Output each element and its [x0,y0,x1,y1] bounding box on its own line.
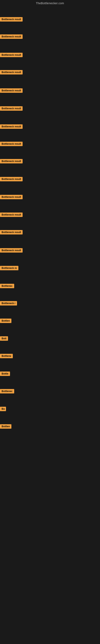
bottleneck-item: Bottleneck result [0,70,23,75]
bottleneck-item: Bottlenec [0,389,14,394]
bottleneck-item: Bottleneck result [0,177,23,182]
bottleneck-badge[interactable]: Bottlen [0,318,11,323]
bottleneck-item: Bottleneck r [0,301,17,306]
bottleneck-item: Bo [0,407,6,412]
bottleneck-badge[interactable]: Bottleneck result [0,195,23,199]
bottleneck-item: Bottleneck re [0,266,18,271]
bottleneck-badge[interactable]: Bottle [0,372,10,376]
bottleneck-item: Bottleneck result [0,212,23,218]
bottleneck-badge[interactable]: Bottleneck result [0,159,23,164]
bottleneck-badge[interactable]: Bottleneck result [0,124,23,129]
bottleneck-badge[interactable]: Bottleneck result [0,248,23,252]
bottleneck-item: Bottleneck result [0,53,23,58]
bottleneck-badge[interactable]: Bottleneck result [0,106,23,111]
bottleneck-badge[interactable]: Bottleneck re [0,266,18,270]
bottleneck-item: Bottleneck result [0,88,23,94]
bottleneck-item: Bottlen [0,424,11,430]
bottleneck-item: Bottleneck result [0,248,23,253]
bottleneck-badge[interactable]: Bottlenec [0,389,14,394]
bottleneck-item: Bottlenec [0,284,14,289]
bottleneck-badge[interactable]: Bottleneck result [0,230,23,234]
bottleneck-item: Bottlen [0,318,11,324]
bottleneck-item: Bottleneck result [0,124,23,130]
bottleneck-badge[interactable]: Bottleneck result [0,212,23,217]
bottleneck-badge[interactable]: Bottleneck result [0,70,23,74]
bottleneck-badge[interactable]: Bottlenec [0,284,14,288]
bottleneck-badge[interactable]: Bottlene [0,354,13,358]
bottleneck-item: Bottleneck result [0,142,23,147]
site-title: TheBottlenecker.com [0,0,100,6]
bottleneck-badge[interactable]: Bottlen [0,424,11,429]
bottleneck-badge[interactable]: Bottleneck result [0,34,23,39]
bottleneck-item: Bottleneck result [0,195,23,200]
bottleneck-badge[interactable]: Bottleneck result [0,17,23,22]
bottleneck-badge[interactable]: Bottleneck result [0,177,23,181]
bottleneck-badge[interactable]: Bottleneck result [0,88,23,93]
bottleneck-item: Bottleneck result [0,159,23,164]
bottleneck-item: Bottleneck result [0,106,23,112]
bottleneck-badge[interactable]: Bo [0,407,6,411]
bottleneck-item: Bottle [0,372,10,377]
bottleneck-item: Bott [0,336,8,342]
bottleneck-badge[interactable]: Bottleneck r [0,301,17,306]
bottleneck-item: Bottleneck result [0,17,23,22]
bottleneck-item: Bottlene [0,354,13,359]
bottleneck-badge[interactable]: Bottleneck result [0,142,23,146]
bottleneck-badge[interactable]: Bottleneck result [0,53,23,57]
bottleneck-item: Bottleneck result [0,34,23,40]
bottleneck-badge[interactable]: Bott [0,336,8,341]
bottleneck-item: Bottleneck result [0,230,23,235]
